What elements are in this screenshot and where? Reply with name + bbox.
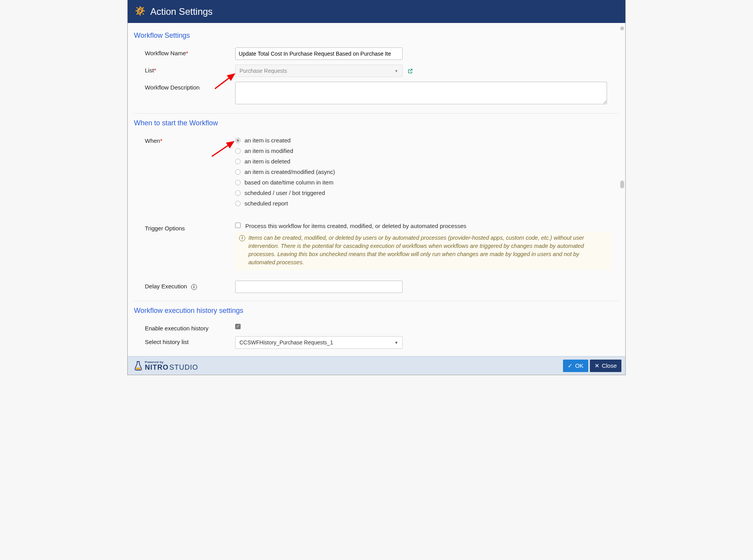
trigger-automated-checkbox[interactable]: [235, 223, 241, 228]
row-delay-execution: Delay Execution i: [134, 278, 619, 295]
radio-scheduled-report[interactable]: scheduled report: [235, 198, 611, 209]
ok-button[interactable]: ✓ OK: [563, 360, 588, 372]
close-icon: ✕: [595, 362, 600, 369]
gear-icon: [135, 5, 146, 18]
dialog-header: Action Settings: [128, 0, 625, 23]
flask-icon: [134, 360, 143, 371]
list-select-value: Purchase Requests: [239, 68, 287, 74]
row-enable-history: Enable execution history ✓: [134, 320, 619, 334]
list-select[interactable]: Purchase Requests ▼: [235, 65, 403, 77]
when-radio-group: an item is created an item is modified a…: [235, 135, 619, 209]
radio-item-created[interactable]: an item is created: [235, 135, 611, 146]
history-list-select[interactable]: CCSWFHistory_Purchase Requests_1 ▼: [235, 336, 403, 349]
divider: [134, 113, 619, 114]
radio-icon: [235, 169, 241, 175]
dialog-body[interactable]: Workflow Settings Workflow Name* List* P…: [128, 23, 625, 356]
label-list: List*: [134, 65, 235, 74]
radio-item-created-modified-async[interactable]: an item is created/modified (async): [235, 167, 611, 177]
check-icon: ✓: [568, 362, 573, 369]
radio-scheduled-user-bot[interactable]: scheduled / user / bot triggered: [235, 188, 611, 198]
row-workflow-description: Workflow Description: [134, 79, 619, 108]
scroll-up-icon[interactable]: [620, 26, 624, 30]
radio-item-modified[interactable]: an item is modified: [235, 146, 611, 156]
radio-item-deleted[interactable]: an item is deleted: [235, 156, 611, 167]
label-workflow-name: Workflow Name*: [134, 47, 235, 56]
row-select-history-list: Select history list CCSWFHistory_Purchas…: [134, 334, 619, 351]
section-history: Workflow execution history settings: [134, 307, 619, 315]
section-workflow-settings: Workflow Settings: [134, 32, 619, 40]
workflow-name-input[interactable]: [235, 47, 403, 60]
trigger-info-note: i Items can be created, modified, or del…: [235, 232, 611, 270]
row-trigger-options: Trigger Options Process this workflow fo…: [134, 220, 619, 273]
row-workflow-name: Workflow Name*: [134, 45, 619, 62]
svg-point-0: [139, 9, 141, 12]
dialog-footer: Powered by NITRO STUDIO ✓ OK ✕ Close: [128, 356, 625, 375]
radio-date-time-column[interactable]: based on date/time column in item: [235, 177, 611, 188]
label-enable-history: Enable execution history: [134, 323, 235, 332]
enable-history-checkbox[interactable]: ✓: [235, 324, 241, 329]
trigger-automated-label: Process this workflow for items created,…: [245, 223, 466, 229]
label-workflow-description: Workflow Description: [134, 82, 235, 91]
row-when: When* an item is created an item is modi…: [134, 133, 619, 211]
radio-icon: [235, 148, 241, 154]
action-settings-dialog: Action Settings Workflow Settings Workfl…: [127, 0, 626, 375]
close-button[interactable]: ✕ Close: [590, 360, 621, 372]
radio-icon: [235, 159, 241, 164]
delay-execution-input[interactable]: [235, 281, 403, 293]
chevron-down-icon: ▼: [394, 341, 398, 345]
radio-icon: [235, 201, 241, 206]
label-when: When*: [134, 135, 235, 144]
chevron-down-icon: ▼: [394, 69, 398, 73]
label-trigger-options: Trigger Options: [134, 223, 235, 232]
divider: [134, 301, 619, 301]
scrollbar-thumb[interactable]: [620, 181, 624, 188]
dialog-title: Action Settings: [150, 6, 213, 17]
brand-logo[interactable]: Powered by NITRO STUDIO: [132, 360, 198, 371]
workflow-description-input[interactable]: [235, 82, 607, 104]
row-list: List* Purchase Requests ▼: [134, 62, 619, 79]
info-icon[interactable]: i: [191, 284, 197, 290]
scrollbar[interactable]: [619, 25, 625, 355]
radio-icon: [235, 180, 241, 185]
info-icon: i: [239, 235, 245, 241]
radio-icon: [235, 190, 241, 196]
label-select-history-list: Select history list: [134, 336, 235, 345]
open-list-external-icon[interactable]: [407, 68, 413, 74]
label-delay-execution: Delay Execution i: [134, 281, 235, 290]
section-when-start: When to start the Workflow: [134, 119, 619, 127]
radio-icon: [235, 138, 241, 143]
